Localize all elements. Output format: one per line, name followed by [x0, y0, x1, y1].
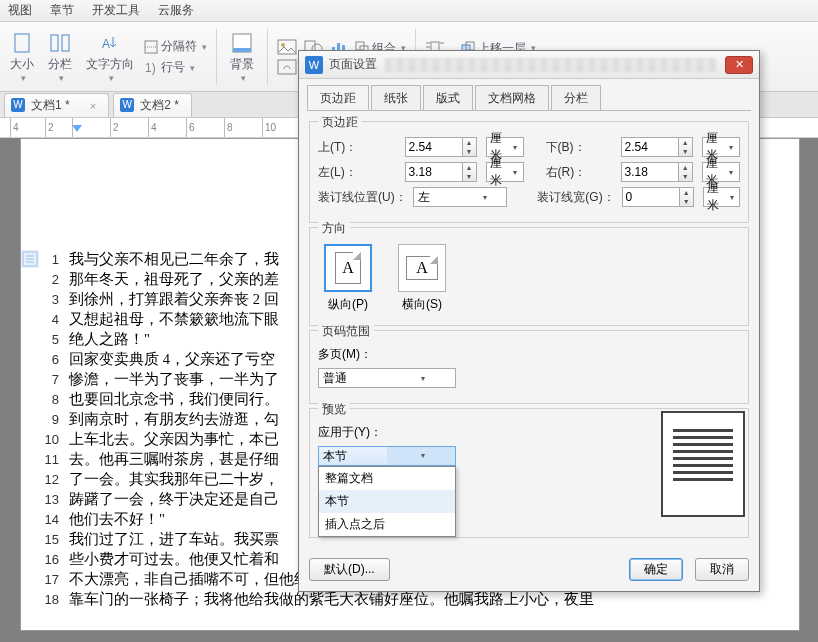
tab-layout[interactable]: 版式	[423, 85, 473, 110]
multi-page-select[interactable]: 普通▾	[318, 368, 456, 388]
svg-text:A: A	[102, 37, 110, 51]
menu-bar: 视图 章节 开发工具 云服务	[0, 0, 818, 22]
margin-bottom-unit[interactable]: 厘米▾	[702, 137, 740, 157]
tab-paper[interactable]: 纸张	[371, 85, 421, 110]
apply-to-select[interactable]: 本节▾	[318, 446, 456, 466]
document-tab-2[interactable]: W 文档2 *	[113, 93, 192, 117]
apply-option-this-section[interactable]: 本节	[319, 490, 455, 513]
line-text[interactable]: 上车北去。父亲因为事忙，本已	[69, 430, 279, 449]
orientation-portrait-label: 纵向(P)	[328, 296, 368, 313]
line-number: 17	[41, 572, 69, 587]
ribbon-size[interactable]: 大小▾	[6, 26, 38, 88]
spinner-icon[interactable]: ▲▼	[463, 162, 477, 182]
line-text[interactable]: 我与父亲不相见已二年余了，我	[69, 250, 279, 269]
ruler-tick	[72, 118, 75, 138]
gutter-width-input[interactable]: 0▲▼	[622, 187, 694, 207]
ruler-tick: 4	[148, 118, 157, 138]
document-tab-1[interactable]: W 文档1 * ×	[4, 93, 109, 117]
apply-to-dropdown-list: 整篇文档 本节 插入点之后	[318, 466, 456, 537]
line-number: 18	[41, 592, 69, 607]
line-number: 5	[41, 332, 69, 347]
line-text[interactable]: 踌躇了一会，终于决定还是自己	[69, 490, 279, 509]
spinner-icon[interactable]: ▲▼	[679, 137, 693, 157]
line-number: 1	[41, 252, 69, 267]
line-number: 14	[41, 512, 69, 527]
orientation-portrait-button[interactable]	[324, 244, 372, 292]
svg-point-10	[281, 43, 285, 47]
ribbon-background[interactable]: 背景▾	[226, 26, 258, 88]
ribbon-section-break[interactable]: 分隔符▾	[144, 38, 207, 55]
margin-bottom-input[interactable]: 2.54▲▼	[621, 137, 693, 157]
line-text[interactable]: 些小费才可过去。他便又忙着和	[69, 550, 279, 569]
close-icon[interactable]: ×	[90, 100, 96, 112]
ribbon-columns-label: 分栏	[48, 56, 72, 73]
margin-left-label: 左(L)：	[318, 164, 399, 181]
margin-top-input[interactable]: 2.54▲▼	[405, 137, 477, 157]
line-text[interactable]: 了一会。其实我那年已二十岁，	[69, 470, 279, 489]
apply-option-after-point[interactable]: 插入点之后	[319, 513, 455, 536]
line-text[interactable]: 靠车门的一张椅子；我将他给我做的紫毛大衣铺好座位。他嘱我路上小心，夜里	[69, 590, 594, 609]
line-text[interactable]: 绝人之路！"	[69, 330, 150, 349]
ribbon-line-number[interactable]: 1)行号▾	[144, 59, 207, 76]
svg-rect-1	[51, 35, 58, 51]
line-text[interactable]: 他们去不好！"	[69, 510, 165, 529]
dialog-close-button[interactable]: ✕	[725, 56, 753, 74]
margin-right-unit[interactable]: 厘米▾	[702, 162, 740, 182]
svg-text:1): 1)	[145, 61, 156, 75]
gutter-pos-label: 装订线位置(U)：	[318, 189, 407, 206]
menu-view[interactable]: 视图	[8, 2, 32, 19]
line-number: 6	[41, 352, 69, 367]
dialog-titlebar[interactable]: W 页面设置 ✕	[299, 51, 759, 79]
margin-left-unit[interactable]: 厘米▾	[486, 162, 524, 182]
ribbon-columns[interactable]: 分栏▾	[44, 26, 76, 88]
margin-right-label: 右(R)：	[546, 164, 615, 181]
spinner-icon[interactable]: ▲▼	[680, 187, 694, 207]
ok-button[interactable]: 确定	[629, 558, 683, 581]
ribbon-line-number-label: 行号	[161, 59, 185, 76]
ribbon-text-direction[interactable]: A 文字方向▾	[82, 26, 138, 88]
line-number: 3	[41, 292, 69, 307]
svg-rect-2	[62, 35, 69, 51]
tab-grid[interactable]: 文档网格	[475, 85, 549, 110]
margin-left-input[interactable]: 3.18▲▼	[405, 162, 477, 182]
tab-columns[interactable]: 分栏	[551, 85, 601, 110]
menu-cloud[interactable]: 云服务	[158, 2, 194, 19]
gutter-pos-select[interactable]: 左▾	[413, 187, 506, 207]
line-text[interactable]: 也要回北京念书，我们便同行。	[69, 390, 279, 409]
gutter-width-label: 装订线宽(G)：	[537, 189, 615, 206]
svg-rect-0	[15, 34, 29, 52]
line-text[interactable]: 惨澹，一半为了丧事，一半为了	[69, 370, 279, 389]
line-text[interactable]: 那年冬天，祖母死了，父亲的差	[69, 270, 279, 289]
line-text[interactable]: 去。他再三嘱咐茶房，甚是仔细	[69, 450, 279, 469]
document-line[interactable]: 18靠车门的一张椅子；我将他给我做的紫毛大衣铺好座位。他嘱我路上小心，夜里	[41, 590, 799, 609]
orientation-group-label: 方向	[318, 220, 350, 237]
margin-top-unit[interactable]: 厘米▾	[486, 137, 524, 157]
line-text[interactable]: 到徐州，打算跟着父亲奔丧 2 回	[69, 290, 279, 309]
margin-right-input[interactable]: 3.18▲▼	[621, 162, 693, 182]
menu-devtools[interactable]: 开发工具	[92, 2, 140, 19]
ruler-tick: 8	[224, 118, 233, 138]
spinner-icon[interactable]: ▲▼	[463, 137, 477, 157]
cancel-button[interactable]: 取消	[695, 558, 749, 581]
line-text[interactable]: 我们过了江，进了车站。我买票	[69, 530, 279, 549]
gutter-width-unit[interactable]: 厘米▾	[703, 187, 740, 207]
spinner-icon[interactable]: ▲▼	[679, 162, 693, 182]
document-tab-2-label: 文档2 *	[140, 97, 179, 114]
page-range-group-label: 页码范围	[318, 323, 374, 340]
line-text[interactable]: 又想起祖母，不禁簌簌地流下眼	[69, 310, 279, 329]
wps-icon: W	[11, 98, 25, 112]
line-number: 2	[41, 272, 69, 287]
line-text[interactable]: 到南京时，有朋友约去游逛，勾	[69, 410, 279, 429]
apply-option-whole-doc[interactable]: 整篇文档	[319, 467, 455, 490]
orientation-landscape-button[interactable]	[398, 244, 446, 292]
tab-margins[interactable]: 页边距	[307, 85, 369, 110]
clipart-icon[interactable]	[277, 59, 297, 75]
ribbon-background-label: 背景	[230, 56, 254, 73]
margin-top-label: 上(T)：	[318, 139, 399, 156]
document-tab-1-label: 文档1 *	[31, 97, 70, 114]
default-button[interactable]: 默认(D)...	[309, 558, 390, 581]
line-number: 15	[41, 532, 69, 547]
line-text[interactable]: 回家变卖典质 4，父亲还了亏空	[69, 350, 275, 369]
menu-chapter[interactable]: 章节	[50, 2, 74, 19]
image-icon[interactable]	[277, 39, 297, 55]
